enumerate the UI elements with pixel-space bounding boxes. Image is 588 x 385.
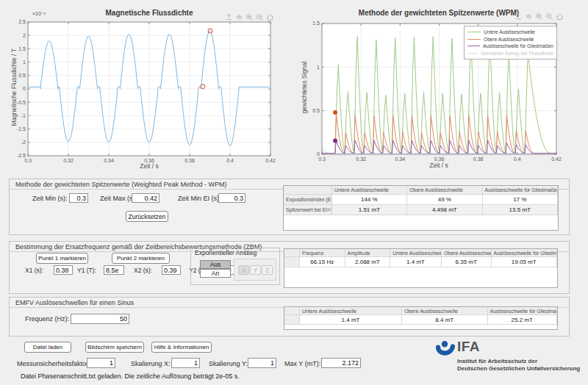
legend-label: Normierter Betrag der Flussdichte [481,51,553,56]
x2-label: X2 (s): [134,267,152,274]
frequenz-label: Frequenz (Hz): [25,315,69,323]
x2-input[interactable] [162,265,181,275]
table-cell: 49 % [407,195,482,205]
legend-swatch [467,32,481,32]
table-rowheader-cell [284,315,300,325]
y-tick-label: 0 [317,151,320,156]
exponential-rise-title: Exponentieller Anstieg [195,249,257,256]
zeit-min-ei-label: Zeit Min EI (s): [178,195,221,202]
panel-emfv-title: EMFV Auslöseschwellen für einen Sinus [15,299,134,306]
frequenz-input[interactable] [71,314,129,324]
skalierung-y-label: Skalierung Y: [209,360,245,367]
legend-entry: Normierter Betrag der Flussdichte [467,50,553,57]
x-tick-label: 0.34 [395,156,406,162]
save-screen-button[interactable]: Bildschirm speichern [85,342,144,353]
ifa-logo-line1: Institut für Arbeitsschutz der [457,358,580,365]
table-header-cell: Untere Auslöseschwelle [332,186,407,195]
legend-label: Auslöseschwelle für Gliedmaßen [483,43,553,48]
y-tick-label: -1 [21,113,26,118]
x-tick-label: 0.36 [434,156,445,162]
table-cell: 4.498 mT [407,205,482,215]
table-cell: 66.15 Hz [300,257,345,267]
y-tick-label: -2 [21,140,26,145]
exp-off-toggle[interactable]: Aus [200,260,231,269]
table-cell: 17 % [483,195,558,205]
x1-input[interactable] [54,265,73,275]
skalierung-y-input[interactable] [248,358,276,368]
y-tick-label: 1 [317,65,320,70]
x-tick-label: 0.42 [265,158,276,163]
table-cell: 25.2 mT [488,315,557,325]
table-cell: 1.4 mT [390,257,442,267]
axis-y-button: Y [250,265,261,275]
y-tick-label: 0.5 [18,73,26,78]
wpm-legend: Untere AuslöseschwelleObere Auslöseschwe… [464,26,557,60]
zbm-results-table: FrequenzAmplitudeUntere AuslöseschwelleO… [284,248,558,288]
ifa-logo-name: IFA [457,339,480,355]
y-tick-label: 1.5 [18,46,26,51]
max-y-label: Max Y (mT): [284,360,319,367]
zeit-max-input[interactable] [132,193,159,203]
axis-select-group: X Y Z [234,259,276,281]
table-header-cell: Amplitude [345,249,391,257]
help-info-button[interactable]: Hilfe & Informationen [151,342,212,353]
y-tick-label: -1.5 [17,126,26,132]
wpm-xlabel: Zeit / s [380,162,498,169]
table-header-cell: Auslöseschwelle für Gliedmaßen [492,249,558,257]
ifa-logo-text: Institut für Arbeitsschutz der Deutschen… [457,358,580,372]
zeit-min-label: Zeit Min (s): [32,195,68,202]
table-header-cell: Auslöseschwelle für Gliedmaßen [483,186,558,195]
legend-entry: Auslöseschwelle für Gliedmaßen [467,43,553,50]
mark-point1-button[interactable]: Punkt 1 markieren [36,253,88,264]
x1-label: X1 (s): [25,267,43,274]
y1-input[interactable] [104,265,124,275]
table-header-cell [284,249,300,257]
axis-z-button: Z [262,265,273,275]
reset-button[interactable]: Zurücksetzen [126,211,168,222]
table-rowheader-cell: Spitzenwert bei EI=100% [284,205,332,215]
legend-label: Untere Auslöseschwelle [484,29,535,35]
max-y-input[interactable] [321,358,361,368]
table-cell: 6.35 mT [442,257,492,267]
y-tick-label: 0 [23,86,26,91]
mark-point2-button[interactable]: Punkt 2 markieren [112,253,170,264]
legend-entry: Obere Auslöseschwelle [467,36,553,43]
emfv-results-table: Untere AuslöseschwelleObere Auslöseschwe… [284,306,558,330]
y1-label: Y1 (T): [77,267,96,274]
table-header-cell: Untere Auslöseschwelle [300,307,402,315]
table-cell: 8.4 mT [402,315,487,325]
app-window: Magnetische Flussdichte ×10⁻³ Magnetisch… [0,0,588,385]
messunsicherheit-label: Messunsicherheitsfaktor: [17,360,85,367]
table-header-cell: Obere Auslöseschwelle [402,307,487,315]
table-header-cell: Obere Auslöseschwelle [442,249,492,257]
legend-swatch [467,46,480,46]
y-tick-label: 2 [23,33,26,38]
y-tick-label: 1.5 [312,21,320,26]
table-cell: 1.51 mT [332,205,407,215]
status-bar: Datei Phasenanschnitt.txt geladen. Die z… [21,373,240,380]
legend-swatch [467,53,478,54]
table-empty-area [284,215,558,230]
data-marker [333,110,337,115]
x-tick-label: 0.3 [24,158,32,163]
y-tick-label: -2.5 [17,153,26,158]
load-file-button[interactable]: Datei laden [24,342,71,353]
panel-wpm-title: Methode der gewichteten Spitzenwerte (We… [15,181,226,188]
exp-on-toggle[interactable]: An [200,269,231,278]
table-header-cell: Untere Auslöseschwelle [390,249,442,257]
table-header-cell: Obere Auslöseschwelle [407,186,482,195]
ifa-logo-line2: Deutschen Gesetzlichen Unfallversicherun… [457,365,580,373]
table-rowheader-cell [284,257,300,267]
legend-swatch [467,39,481,40]
messunsicherheit-input[interactable] [87,358,115,368]
axis-x-button: X [238,265,249,275]
skalierung-x-input[interactable] [171,358,200,368]
flux-plot-canvas[interactable]: 0.30.320.340.360.380.40.42-2.5-2-1.5-1-0… [6,6,288,175]
y-tick-label: 2.5 [18,19,26,24]
skalierung-x-label: Skalierung X: [131,360,169,367]
x-tick-label: 0.32 [356,156,366,162]
zeit-min-ei-input[interactable] [218,193,245,203]
zeit-min-input[interactable] [69,193,88,203]
legend-entry: Untere Auslöseschwelle [467,29,553,36]
x-tick-label: 0.32 [63,158,74,163]
